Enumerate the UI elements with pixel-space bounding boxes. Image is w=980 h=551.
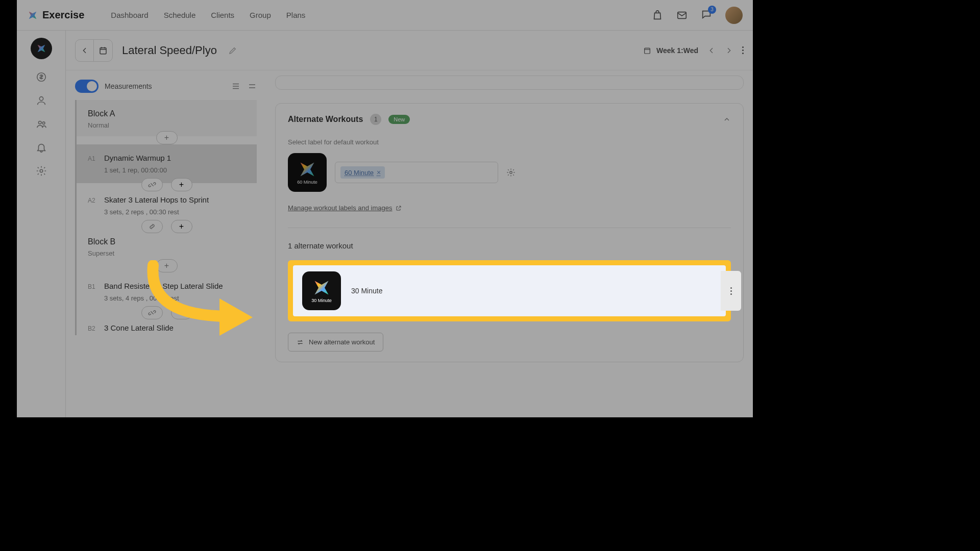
label-settings-icon[interactable] (506, 168, 516, 177)
measurements-label: Measurements (105, 82, 152, 90)
logo-icon (27, 10, 38, 21)
exercise-code: A1 (88, 155, 98, 162)
exercise-item[interactable]: A2Skater 3 Lateral Hops to Sprint 3 sets… (77, 186, 257, 225)
new-alternate-button[interactable]: New alternate workout (288, 333, 383, 352)
add-exercise-button[interactable]: + (156, 259, 178, 272)
chip-remove-icon[interactable]: × (377, 168, 381, 177)
week-label: Week 1:Wed (656, 46, 698, 55)
svg-point-3 (38, 121, 41, 124)
unlink-icon (148, 181, 156, 189)
dollar-icon[interactable] (36, 71, 47, 83)
block-title: Block A (88, 109, 248, 118)
nav-group[interactable]: Group (250, 11, 271, 19)
swap-icon (297, 339, 304, 346)
collapsed-card[interactable] (275, 76, 744, 90)
workspace-avatar[interactable] (31, 38, 52, 59)
alternate-item-name: 30 Minute (351, 287, 382, 295)
exercise-item[interactable]: A1Dynamic Warmup 1 1 set, 1 rep, 00:00:0… (77, 144, 257, 183)
notification-badge: 3 (708, 6, 716, 14)
alternate-thumb: 30 Minute (302, 271, 341, 310)
more-menu-button[interactable] (742, 46, 744, 54)
topbar: Exercise Dashboard Schedule Clients Grou… (17, 0, 753, 31)
manage-labels-link[interactable]: Manage workout labels and images (288, 204, 402, 212)
person-icon[interactable] (36, 95, 47, 106)
unlink-button[interactable] (141, 178, 163, 191)
alternate-list-heading: 1 alternate workout (288, 241, 731, 250)
svg-rect-6 (100, 47, 106, 54)
workspace-logo-icon (36, 43, 47, 54)
brand-logo[interactable]: Exercise (27, 9, 84, 21)
calendar-icon (99, 46, 108, 55)
svg-point-2 (39, 97, 43, 101)
settings-icon[interactable] (36, 165, 47, 177)
unlink-icon (148, 309, 156, 317)
external-link-icon (396, 205, 402, 211)
nav-plans[interactable]: Plans (286, 11, 306, 19)
svg-point-4 (42, 122, 45, 124)
bell-icon[interactable] (36, 142, 47, 153)
people-icon[interactable] (36, 118, 47, 130)
block-subtitle: Superset (88, 249, 248, 257)
brand-name: Exercise (42, 9, 84, 21)
calendar-small-icon (643, 46, 651, 55)
exercise-name: Dynamic Warmup 1 (104, 154, 171, 162)
exercise-detail: 3 sets, 2 reps , 00:30 rest (104, 208, 248, 216)
exercise-detail: 3 sets, 4 reps , 00:30 rest (104, 294, 248, 302)
collapse-icon[interactable] (723, 115, 731, 123)
thumb-caption: 30 Minute (311, 298, 332, 303)
alternate-panel: Alternate Workouts 1 New Select label fo… (266, 70, 753, 417)
link-icon (148, 222, 156, 231)
default-workout-thumb[interactable]: 60 Minute (288, 153, 327, 192)
back-calendar-group (75, 39, 113, 62)
exercise-name: Skater 3 Lateral Hops to Sprint (104, 195, 209, 204)
list-view-icon[interactable] (231, 82, 240, 91)
nav-clients[interactable]: Clients (211, 11, 234, 19)
chat-icon-wrap[interactable]: 3 (701, 9, 712, 22)
unlink-button[interactable] (141, 306, 163, 319)
exercise-code: B2 (88, 325, 98, 332)
side-rail (17, 31, 66, 417)
add-between-button[interactable]: + (171, 306, 192, 319)
mail-icon[interactable] (676, 10, 688, 21)
chip-text: 60 Minute (345, 169, 374, 177)
week-next-button[interactable] (725, 46, 733, 55)
label-chip-input[interactable]: 60 Minute × (335, 162, 498, 183)
subheader: Lateral Speed/Plyo Week 1:Wed (66, 31, 753, 70)
user-avatar[interactable] (725, 7, 743, 24)
alternate-title: Alternate Workouts (288, 115, 363, 124)
alternate-workout-item[interactable]: 30 Minute 30 Minute (293, 265, 726, 316)
exercise-item[interactable]: B1Band Resisted 2 Step Lateral Slide 3 s… (77, 272, 257, 311)
page-title: Lateral Speed/Plyo (122, 44, 217, 57)
week-picker[interactable]: Week 1:Wed (643, 46, 698, 55)
shopping-bag-icon[interactable] (652, 10, 663, 21)
exercise-detail: 1 set, 1 rep, 00:00:00 (104, 166, 248, 174)
week-prev-button[interactable] (707, 46, 716, 55)
compact-view-icon[interactable] (248, 82, 257, 91)
measurements-toggle[interactable] (75, 80, 99, 93)
exercise-code: A2 (88, 197, 98, 204)
exercise-name: Band Resisted 2 Step Lateral Slide (104, 282, 223, 290)
label-chip[interactable]: 60 Minute × (340, 166, 385, 179)
add-between-button[interactable]: + (171, 220, 192, 233)
nav-dashboard[interactable]: Dashboard (111, 11, 148, 19)
exercise-code: B1 (88, 283, 98, 290)
calendar-button[interactable] (94, 40, 112, 61)
svg-rect-7 (645, 48, 650, 54)
back-button[interactable] (76, 40, 94, 61)
nav-schedule[interactable]: Schedule (164, 11, 196, 19)
thumb-logo-icon (312, 279, 331, 297)
select-label-text: Select label for default workout (288, 138, 731, 146)
exercise-name: 3 Cone Lateral Slide (104, 323, 174, 332)
edit-icon[interactable] (228, 46, 237, 55)
new-badge: New (388, 115, 410, 124)
alternate-count-badge: 1 (370, 114, 381, 125)
svg-point-5 (40, 169, 43, 172)
alternate-item-menu[interactable] (721, 271, 741, 311)
thumb-logo-icon (298, 160, 316, 179)
block-subtitle: Normal (88, 121, 248, 129)
add-exercise-button[interactable]: + (156, 131, 178, 144)
top-nav: Dashboard Schedule Clients Group Plans (111, 11, 305, 19)
link-button[interactable] (141, 220, 163, 233)
svg-point-8 (510, 171, 512, 174)
add-between-button[interactable]: + (171, 178, 192, 191)
